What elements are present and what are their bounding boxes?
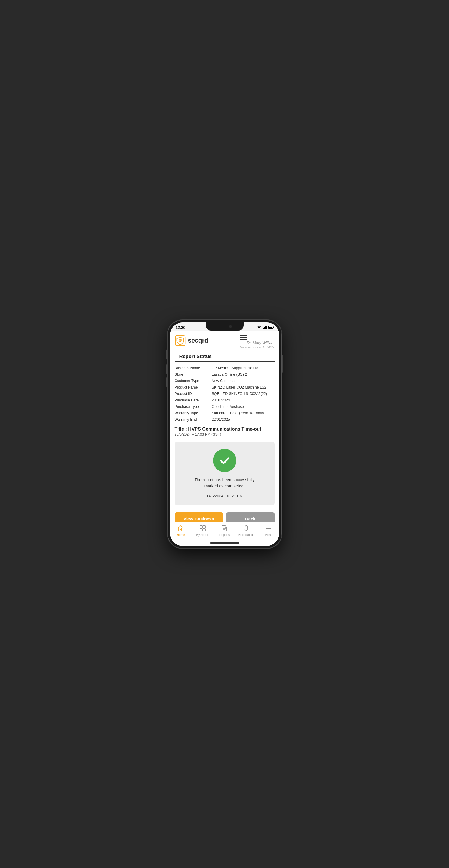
action-buttons: View Business Back xyxy=(170,509,279,522)
nav-item-reports[interactable]: Reports xyxy=(214,525,235,536)
label-product-id: Product ID xyxy=(174,391,210,397)
detail-row-product-name: Product Name : SKINZO Laser CO2 Machine … xyxy=(174,384,275,390)
label-warranty-end: Warranty End xyxy=(174,416,210,423)
logo-area: secqrd xyxy=(174,335,208,346)
label-warranty-type: Warranty Type xyxy=(174,410,210,416)
svg-rect-6 xyxy=(200,529,202,531)
detail-row-product-id: Product ID : SQR-LZD-SKINZO-LS-C02A2(22) xyxy=(174,391,275,397)
phone-notch xyxy=(205,322,244,331)
nav-item-home[interactable]: Home xyxy=(170,525,192,536)
detail-row-business-name: Business Name : GP Medical Supplied Pte … xyxy=(174,365,275,371)
home-indicator xyxy=(170,540,279,546)
hamburger-menu[interactable] xyxy=(240,335,247,340)
home-icon xyxy=(177,525,185,532)
status-time: 12:30 xyxy=(176,325,186,330)
report-title-section: Title : HVPS Communications Time-out 25/… xyxy=(170,427,279,438)
reports-icon xyxy=(221,525,228,532)
more-icon xyxy=(264,525,272,532)
header-right: Dr. Mary William Member Since Oct 2022 xyxy=(240,335,275,349)
value-purchase-date: : 23/01/2024 xyxy=(210,397,230,403)
label-business-name: Business Name xyxy=(174,365,210,371)
value-customer-type: : New Customer xyxy=(210,378,236,384)
detail-row-warranty-type: Warranty Type : Standard One (1) Year Wa… xyxy=(174,410,275,416)
value-warranty-type: : Standard One (1) Year Warranty xyxy=(210,410,264,416)
report-incident-datetime: 25/5/2024 – 17:03 PM (SST) xyxy=(174,432,275,436)
nav-label-notifications: Notifications xyxy=(238,533,254,536)
value-warranty-end: : 22/01/2025 xyxy=(210,416,230,423)
value-product-name: : SKINZO Laser CO2 Machine LS2 xyxy=(210,384,266,390)
nav-label-reports: Reports xyxy=(219,533,230,536)
svg-point-12 xyxy=(246,525,247,526)
success-card: The report has been successfullymarked a… xyxy=(174,442,275,505)
label-purchase-date: Purchase Date xyxy=(174,397,210,403)
detail-row-purchase-type: Purchase Type : One Time Purchase xyxy=(174,404,275,410)
label-customer-type: Customer Type xyxy=(174,378,210,384)
battery-icon xyxy=(268,326,274,329)
nav-label-home: Home xyxy=(177,533,185,536)
detail-row-customer-type: Customer Type : New Customer xyxy=(174,378,275,384)
success-datetime: 14/6/2024 | 16.21 PM xyxy=(206,494,243,498)
label-purchase-type: Purchase Type xyxy=(174,404,210,410)
wifi-icon xyxy=(257,326,261,329)
value-store: : Lazada Online (SG) 2 xyxy=(210,372,247,377)
bottom-nav: Home My Assets xyxy=(170,522,279,540)
report-incident-title: Title : HVPS Communications Time-out xyxy=(174,427,275,432)
checkmark-circle xyxy=(213,449,236,472)
my-assets-icon xyxy=(199,525,206,532)
title-value: HVPS Communications Time-out xyxy=(188,427,261,432)
label-store: Store xyxy=(174,372,210,377)
section-title: Report Status xyxy=(174,351,275,362)
label-product-name: Product Name xyxy=(174,384,210,390)
detail-row-warranty-end: Warranty End : 22/01/2025 xyxy=(174,416,275,423)
logo-text: secqrd xyxy=(188,337,208,344)
view-business-button[interactable]: View Business xyxy=(174,512,223,522)
front-camera xyxy=(229,325,232,328)
nav-item-my-assets[interactable]: My Assets xyxy=(192,525,214,536)
back-button[interactable]: Back xyxy=(226,512,275,522)
detail-row-store: Store : Lazada Online (SG) 2 xyxy=(174,372,275,377)
title-prefix: Title : xyxy=(174,427,188,432)
phone-device: 12:30 xyxy=(168,320,282,548)
nav-label-my-assets: My Assets xyxy=(196,533,210,536)
report-details: Business Name : GP Medical Supplied Pte … xyxy=(170,365,279,423)
nav-item-more[interactable]: More xyxy=(257,525,279,536)
value-purchase-type: : One Time Purchase xyxy=(210,404,244,410)
checkmark-icon xyxy=(218,454,231,467)
svg-rect-4 xyxy=(200,526,202,528)
nav-item-notifications[interactable]: Notifications xyxy=(235,525,257,536)
member-since: Member Since Oct 2022 xyxy=(240,345,275,349)
user-name: Dr. Mary William xyxy=(247,341,275,345)
svg-rect-5 xyxy=(203,526,205,528)
value-business-name: : GP Medical Supplied Pte Ltd xyxy=(210,365,259,371)
app-header: secqrd Dr. Mary William Member Since Oct… xyxy=(170,332,279,351)
logo-icon xyxy=(174,335,186,346)
value-product-id: : SQR-LZD-SKINZO-LS-C02A2(22) xyxy=(210,391,267,397)
phone-screen: 12:30 xyxy=(170,322,279,546)
success-message: The report has been successfullymarked a… xyxy=(194,477,255,489)
screen-content[interactable]: secqrd Dr. Mary William Member Since Oct… xyxy=(170,332,279,522)
status-icons xyxy=(257,326,274,329)
nav-label-more: More xyxy=(265,533,272,536)
signal-icon xyxy=(263,326,267,329)
detail-row-purchase-date: Purchase Date : 23/01/2024 xyxy=(174,397,275,403)
notifications-icon xyxy=(243,525,250,532)
